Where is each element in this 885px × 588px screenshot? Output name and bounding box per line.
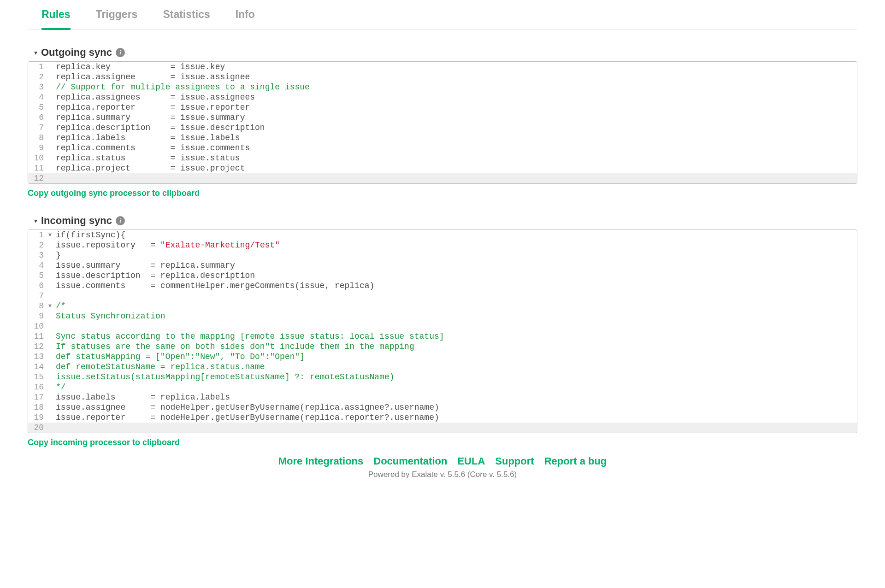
line-number: 2: [28, 240, 47, 250]
code-line[interactable]: 9Status Synchronization: [28, 311, 857, 321]
code-content[interactable]: issue.summary = replica.summary: [56, 260, 857, 270]
code-content[interactable]: replica.status = issue.status: [56, 153, 857, 163]
line-number: 1: [28, 230, 47, 240]
fold-gutter: [47, 423, 56, 433]
fold-gutter[interactable]: ▾: [47, 301, 56, 311]
outgoing-sync-editor[interactable]: 1replica.key = issue.key2replica.assigne…: [28, 61, 857, 184]
code-content[interactable]: [56, 321, 857, 331]
line-number: 10: [28, 321, 47, 331]
outgoing-sync-header[interactable]: ▾ Outgoing sync i: [34, 47, 857, 59]
code-content[interactable]: issue.reporter = nodeHelper.getUserByUse…: [56, 412, 857, 423]
code-line[interactable]: 6issue.comments = commentHelper.mergeCom…: [28, 281, 857, 291]
code-line[interactable]: 12If statuses are the same on both sides…: [28, 341, 857, 352]
footer-link-support[interactable]: Support: [495, 455, 534, 467]
code-content[interactable]: def statusMapping = ["Open":"New", "To D…: [56, 352, 857, 362]
code-content[interactable]: [56, 291, 857, 301]
code-line[interactable]: 19issue.reporter = nodeHelper.getUserByU…: [28, 412, 857, 423]
code-line[interactable]: 5issue.description = replica.description: [28, 270, 857, 281]
footer-links: More IntegrationsDocumentationEULASuppor…: [278, 455, 607, 467]
code-line[interactable]: 6replica.summary = issue.summary: [28, 112, 857, 123]
incoming-sync-editor[interactable]: 1▾if(firstSync){2issue.repository = "Exa…: [28, 229, 857, 433]
footer-link-report-a-bug[interactable]: Report a bug: [544, 455, 607, 467]
fold-gutter[interactable]: ▾: [47, 230, 56, 240]
tab-info[interactable]: Info: [236, 0, 255, 29]
code-line[interactable]: 8replica.labels = issue.labels: [28, 133, 857, 143]
code-line[interactable]: 3// Support for multiple assignees to a …: [28, 82, 857, 92]
code-content[interactable]: issue.description = replica.description: [56, 270, 857, 281]
code-content[interactable]: replica.labels = issue.labels: [56, 133, 857, 143]
code-line[interactable]: 12: [28, 173, 857, 183]
code-line[interactable]: 18issue.assignee = nodeHelper.getUserByU…: [28, 402, 857, 412]
code-line[interactable]: 8▾/*: [28, 301, 857, 311]
footer-link-documentation[interactable]: Documentation: [373, 455, 447, 467]
tab-statistics[interactable]: Statistics: [163, 0, 210, 29]
tab-triggers[interactable]: Triggers: [96, 0, 138, 29]
copy-outgoing-link[interactable]: Copy outgoing sync processor to clipboar…: [28, 188, 857, 198]
code-content[interactable]: replica.description = issue.description: [56, 123, 857, 133]
code-content[interactable]: Sync status according to the mapping [re…: [56, 331, 857, 341]
line-number: 8: [28, 301, 47, 311]
code-line[interactable]: 5replica.reporter = issue.reporter: [28, 102, 857, 112]
code-line[interactable]: 1replica.key = issue.key: [28, 62, 857, 72]
code-line[interactable]: 15issue.setStatus(statusMapping[remoteSt…: [28, 372, 857, 382]
code-line[interactable]: 11replica.project = issue.project: [28, 163, 857, 173]
code-line[interactable]: 14def remoteStatusName = replica.status.…: [28, 362, 857, 372]
code-line[interactable]: 2issue.repository = "Exalate-Marketing/T…: [28, 240, 857, 250]
code-line[interactable]: 10replica.status = issue.status: [28, 153, 857, 163]
line-number: 6: [28, 112, 47, 123]
line-number: 3: [28, 82, 47, 92]
footer-link-eula[interactable]: EULA: [457, 455, 485, 467]
code-content[interactable]: /*: [56, 301, 857, 311]
code-content[interactable]: issue.assignee = nodeHelper.getUserByUse…: [56, 402, 857, 412]
copy-incoming-link[interactable]: Copy incoming processor to clipboard: [28, 438, 857, 447]
code-content[interactable]: replica.key = issue.key: [56, 62, 857, 72]
code-line[interactable]: 4replica.assignees = issue.assignees: [28, 92, 857, 102]
code-content[interactable]: replica.reporter = issue.reporter: [56, 102, 857, 112]
code-content[interactable]: issue.repository = "Exalate-Marketing/Te…: [56, 240, 857, 250]
code-line[interactable]: 10: [28, 321, 857, 331]
code-content[interactable]: issue.labels = replica.labels: [56, 392, 857, 402]
code-content[interactable]: Status Synchronization: [56, 311, 857, 321]
code-content[interactable]: replica.assignees = issue.assignees: [56, 92, 857, 102]
code-content[interactable]: [56, 173, 857, 183]
code-line[interactable]: 20: [28, 423, 857, 433]
incoming-sync-header[interactable]: ▾ Incoming sync i: [34, 215, 857, 227]
code-line[interactable]: 7replica.description = issue.description: [28, 123, 857, 133]
footer: More IntegrationsDocumentationEULASuppor…: [28, 455, 857, 479]
code-line[interactable]: 7: [28, 291, 857, 301]
code-content[interactable]: */: [56, 382, 857, 392]
code-line[interactable]: 16*/: [28, 382, 857, 392]
fold-gutter: [47, 72, 56, 82]
code-line[interactable]: 11Sync status according to the mapping […: [28, 331, 857, 341]
code-line[interactable]: 17issue.labels = replica.labels: [28, 392, 857, 402]
code-content[interactable]: if(firstSync){: [56, 230, 857, 240]
fold-gutter: [47, 311, 56, 321]
code-content[interactable]: replica.comments = issue.comments: [56, 143, 857, 153]
code-line[interactable]: 3}: [28, 250, 857, 260]
code-content[interactable]: replica.project = issue.project: [56, 163, 857, 173]
code-line[interactable]: 13def statusMapping = ["Open":"New", "To…: [28, 352, 857, 362]
code-content[interactable]: }: [56, 250, 857, 260]
footer-link-more-integrations[interactable]: More Integrations: [278, 455, 364, 467]
fold-gutter: [47, 392, 56, 402]
info-icon[interactable]: i: [116, 48, 125, 57]
fold-gutter: [47, 321, 56, 331]
code-content[interactable]: [56, 423, 857, 433]
code-content[interactable]: issue.setStatus(statusMapping[remoteStat…: [56, 372, 857, 382]
code-line[interactable]: 1▾if(firstSync){: [28, 230, 857, 240]
info-icon[interactable]: i: [116, 216, 125, 225]
tab-rules[interactable]: Rules: [41, 0, 71, 30]
code-content[interactable]: If statuses are the same on both sides d…: [56, 341, 857, 352]
code-content[interactable]: replica.summary = issue.summary: [56, 112, 857, 123]
code-content[interactable]: // Support for multiple assignees to a s…: [56, 82, 857, 92]
line-number: 17: [28, 392, 47, 402]
code-content[interactable]: issue.comments = commentHelper.mergeComm…: [56, 281, 857, 291]
code-line[interactable]: 4issue.summary = replica.summary: [28, 260, 857, 270]
line-number: 7: [28, 123, 47, 133]
code-line[interactable]: 2replica.assignee = issue.assignee: [28, 72, 857, 82]
incoming-sync-title: Incoming sync: [41, 215, 112, 227]
code-content[interactable]: def remoteStatusName = replica.status.na…: [56, 362, 857, 372]
code-line[interactable]: 9replica.comments = issue.comments: [28, 143, 857, 153]
code-content[interactable]: replica.assignee = issue.assignee: [56, 72, 857, 82]
line-number: 16: [28, 382, 47, 392]
